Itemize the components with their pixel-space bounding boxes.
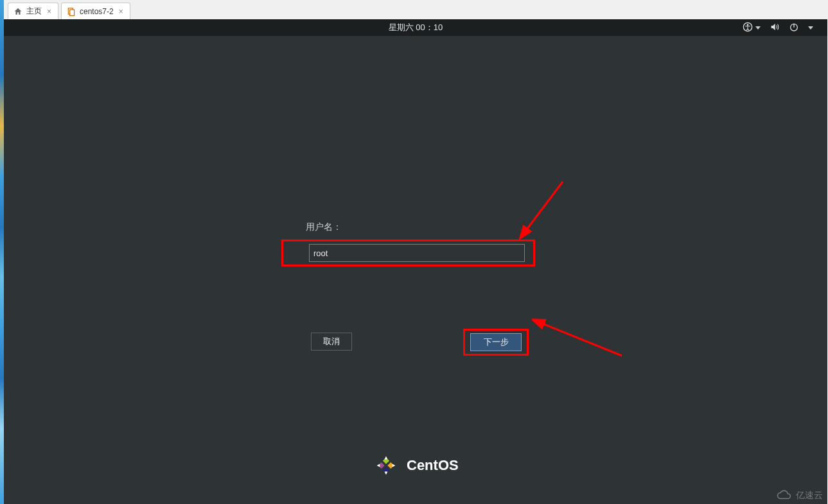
annotation-box-username xyxy=(281,239,535,266)
power-icon[interactable] xyxy=(789,22,799,34)
login-form: 用户名： xyxy=(306,222,537,266)
username-input[interactable] xyxy=(309,244,525,262)
cancel-button[interactable]: 取消 xyxy=(311,333,352,351)
tab-home-label: 主页 xyxy=(26,6,42,17)
home-icon xyxy=(13,7,22,16)
centos-logo-icon xyxy=(373,453,399,478)
next-button[interactable]: 下一步 xyxy=(470,333,522,351)
volume-icon[interactable] xyxy=(770,22,780,34)
chevron-down-icon xyxy=(755,26,761,30)
login-buttons: 取消 下一步 xyxy=(306,313,537,352)
status-icons xyxy=(743,19,813,36)
clock-text: 星期六 00：10 xyxy=(389,22,443,33)
vm-guest-desktop: 星期六 00：10 用户名： 取消 下一步 xyxy=(4,19,827,504)
centos-branding: CentOS xyxy=(373,453,459,478)
gnome-top-bar: 星期六 00：10 xyxy=(4,19,827,36)
cloud-icon xyxy=(777,490,792,501)
watermark: 亿速云 xyxy=(777,490,823,501)
svg-line-7 xyxy=(541,323,622,356)
close-icon[interactable]: × xyxy=(46,8,53,15)
tab-vm-label: centos7-2 xyxy=(80,7,114,16)
annotation-box-next: 下一步 xyxy=(463,329,529,356)
close-icon[interactable]: × xyxy=(118,8,125,15)
vm-icon xyxy=(67,7,76,16)
annotation-arrow xyxy=(532,314,628,365)
svg-point-3 xyxy=(747,24,749,26)
accessibility-icon xyxy=(743,22,753,34)
vmware-tab-bar: 主页 × centos7-2 × xyxy=(4,0,828,19)
chevron-down-icon xyxy=(808,26,813,30)
accessibility-menu[interactable] xyxy=(743,22,761,34)
tab-centos7-2[interactable]: centos7-2 × xyxy=(61,3,130,19)
tab-home[interactable]: 主页 × xyxy=(8,3,58,19)
watermark-text: 亿速云 xyxy=(796,490,823,501)
username-label: 用户名： xyxy=(306,222,537,233)
centos-text: CentOS xyxy=(407,457,459,474)
svg-rect-1 xyxy=(70,10,75,15)
